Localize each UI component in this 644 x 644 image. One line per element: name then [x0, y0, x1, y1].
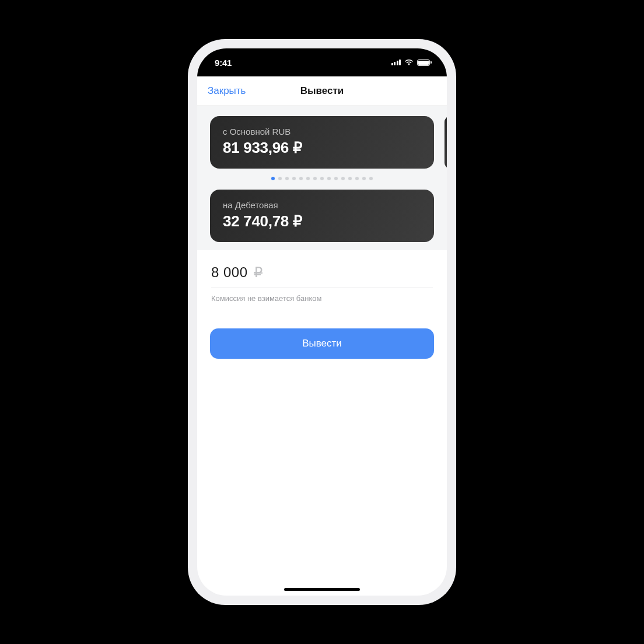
page-title: Вывести: [300, 85, 344, 97]
pagination-dot[interactable]: [278, 177, 282, 180]
amount-input[interactable]: 8 000 ₽: [211, 264, 433, 288]
pagination-dot[interactable]: [355, 177, 359, 180]
destination-account-label: на Дебетовая: [223, 200, 421, 210]
source-account-balance: 81 933,96 ₽: [223, 139, 421, 157]
withdraw-button[interactable]: Вывести: [210, 328, 434, 359]
wifi-icon: [404, 59, 414, 66]
pagination-dot[interactable]: [271, 177, 275, 180]
close-button[interactable]: Закрыть: [208, 85, 246, 97]
commission-note: Комиссия не взимается банком: [211, 294, 433, 303]
phone-notch: [261, 48, 383, 68]
pagination-dot[interactable]: [369, 177, 373, 180]
home-indicator[interactable]: [284, 588, 360, 591]
nav-bar: Закрыть Вывести: [197, 76, 447, 106]
source-account-card[interactable]: с Основной RUB 81 933,96 ₽: [210, 116, 434, 169]
destination-account-card[interactable]: на Дебетовая 32 740,78 ₽: [210, 190, 434, 242]
next-source-card-peek[interactable]: [444, 116, 447, 169]
pagination-dot[interactable]: [285, 177, 289, 180]
source-account-label: с Основной RUB: [223, 127, 421, 136]
amount-value: 8 000: [211, 264, 248, 281]
pagination-dot[interactable]: [334, 177, 338, 180]
pagination-dot[interactable]: [299, 177, 303, 180]
carousel-pagination: [197, 177, 447, 180]
status-time: 9:41: [215, 58, 232, 68]
phone-screen: 9:41 Закрыть: [197, 48, 447, 596]
pagination-dot[interactable]: [313, 177, 317, 180]
destination-card-carousel[interactable]: на Дебетовая 32 740,78 ₽: [197, 190, 447, 242]
battery-icon: [417, 60, 432, 66]
status-icons: [391, 59, 432, 66]
phone-frame: 9:41 Закрыть: [188, 39, 456, 605]
source-card-carousel[interactable]: с Основной RUB 81 933,96 ₽: [197, 116, 447, 169]
ruble-currency-icon: ₽: [254, 264, 262, 281]
pagination-dot[interactable]: [348, 177, 352, 180]
pagination-dot[interactable]: [306, 177, 310, 180]
pagination-dot[interactable]: [327, 177, 331, 180]
pagination-dot[interactable]: [341, 177, 345, 180]
pagination-dot[interactable]: [362, 177, 366, 180]
destination-account-balance: 32 740,78 ₽: [223, 212, 421, 230]
amount-section: 8 000 ₽ Комиссия не взимается банком: [197, 250, 447, 303]
content: с Основной RUB 81 933,96 ₽ на Дебетовая …: [197, 106, 447, 596]
cellular-signal-icon: [391, 60, 401, 65]
pagination-dot[interactable]: [292, 177, 296, 180]
account-cards-section: с Основной RUB 81 933,96 ₽ на Дебетовая …: [197, 106, 447, 250]
pagination-dot[interactable]: [320, 177, 324, 180]
